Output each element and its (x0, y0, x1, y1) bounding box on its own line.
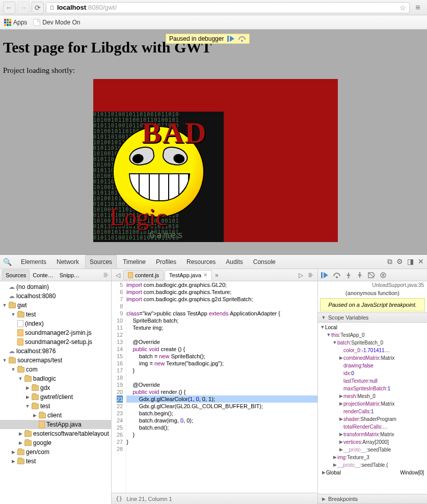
tree-client[interactable]: ▶client (0, 411, 111, 420)
scope-row[interactable]: ▶transformMatrix: Matrix (318, 431, 427, 438)
scope-row[interactable]: ▶img: Texture_3 (318, 454, 427, 461)
codetab-testapp[interactable]: TestApp.java✕ (165, 270, 212, 280)
menu-button[interactable]: ≡ (412, 2, 424, 14)
reload-button[interactable]: ⟳ (32, 2, 44, 14)
scope-row[interactable]: ▶projectionMatrix: Matrix (318, 400, 427, 408)
breakpoints-header[interactable]: ▶Breakpoints (318, 494, 427, 504)
tab-profiles[interactable]: Profiles (152, 255, 180, 269)
tab-sources[interactable]: Sources (85, 255, 117, 269)
tree-localhost9876[interactable]: ☁localhost:9876 (0, 347, 111, 356)
tree-gwt[interactable]: ▼gwt (0, 301, 111, 310)
scope-row[interactable]: ▶__proto__: seedTable (318, 446, 427, 454)
tree-test3[interactable]: ▶test (0, 457, 111, 466)
tree-gdx[interactable]: ▶gdx (0, 383, 111, 392)
scope-variables-header[interactable]: ▼Scope Variables (318, 312, 427, 323)
scope-row[interactable]: lastTexture: null (318, 377, 427, 385)
scope-global[interactable]: ▶GlobalWindow[0] (318, 469, 427, 476)
step-out-button[interactable] (357, 272, 363, 278)
close-tab-icon[interactable]: ✕ (203, 272, 207, 278)
svg-rect-2 (321, 272, 323, 278)
tree-test2[interactable]: ▼test (0, 402, 111, 411)
tree-sourcemaps[interactable]: ▼sourcemaps/test (0, 356, 111, 365)
url-bar[interactable]: 🗋 localhost:8080/gwt/ ☆ (46, 2, 410, 13)
show-nav-icon[interactable]: ⊪ (103, 271, 109, 279)
resume-button[interactable] (321, 272, 328, 278)
apps-label: Apps (13, 19, 27, 26)
tree-index[interactable]: (index) (0, 319, 111, 328)
scope-row[interactable]: idx: 0 (318, 369, 427, 377)
folder-icon (32, 404, 39, 409)
scope-row[interactable]: ▶vertices: Array[2000] (318, 438, 427, 446)
apps-shortcut[interactable]: Apps (4, 19, 27, 26)
scope-row[interactable]: ▼batch: SpriteBatch_0 (318, 339, 427, 347)
deactivate-breakpoints-button[interactable] (368, 272, 375, 278)
tab-resources[interactable]: Resources (182, 255, 220, 269)
tab-audits[interactable]: Audits (222, 255, 247, 269)
back-button[interactable]: ← (3, 2, 15, 14)
tree-localhost8080[interactable]: ☁localhost:8080 (0, 291, 111, 301)
tree-smsetup[interactable]: soundmanager2-setup.js (0, 337, 111, 347)
bookmark-star-icon[interactable]: ☆ (399, 4, 406, 12)
scope-row[interactable]: renderCalls: 1 (318, 408, 427, 415)
pretty-print-icon[interactable]: {} (116, 495, 122, 502)
scope-row[interactable]: ▶shader: ShaderProgram (318, 415, 427, 423)
scope-row[interactable]: totalRenderCalls: … (318, 423, 427, 431)
dock-icon[interactable]: ◨ (407, 257, 414, 266)
scope-row[interactable]: ▼this: TestApp_0 (318, 331, 427, 339)
inspect-icon[interactable]: 🔍 (3, 258, 12, 266)
scope-row[interactable]: ▶mesh: Mesh_0 (318, 392, 427, 400)
navtab-content[interactable]: Conte… (30, 270, 56, 280)
scope-row[interactable]: ▶combinedMatrix: Matrix (318, 354, 427, 362)
devmode-bookmark[interactable]: Dev Mode On (33, 19, 80, 26)
toggle-nav-icon[interactable]: ⊪ (306, 272, 315, 279)
step-over-icon[interactable] (238, 35, 246, 42)
loading-text: Project loading shortly: (3, 66, 424, 75)
svg-rect-0 (227, 36, 229, 42)
scope-row[interactable]: color_0: -1.701411… (318, 347, 427, 354)
step-over-button[interactable] (333, 272, 340, 278)
tree-gen[interactable]: ▶gen/com (0, 447, 111, 457)
tab-network[interactable]: Network (52, 255, 83, 269)
url-port: :8080 (86, 4, 103, 11)
tab-timeline[interactable]: Timeline (119, 255, 150, 269)
svg-point-7 (381, 273, 386, 278)
tree-com[interactable]: ▼com (0, 365, 111, 374)
tree-test[interactable]: ▼test (0, 310, 111, 319)
call-frame[interactable]: (anonymous function) (318, 289, 427, 297)
drawer-icon[interactable]: ⧉ (387, 257, 392, 266)
code-editor[interactable]: 5678910111213141516171819202122232425262… (112, 281, 317, 493)
tab-console[interactable]: Console (249, 255, 280, 269)
debugger-panel: UnloadSupport.java:35 (anonymous functio… (318, 269, 427, 504)
tree-smjsmin[interactable]: soundmanager2-jsmin.js (0, 328, 111, 337)
step-into-button[interactable] (345, 272, 352, 278)
devtools-right-icons: ⧉ ⚙ ◨ ✕ (387, 257, 424, 266)
tree-testapp[interactable]: TestApp.java (0, 420, 111, 429)
game-canvas[interactable]: 010110100101101001011010 101001011010010… (93, 79, 338, 242)
navtab-sources[interactable]: Sources (2, 270, 30, 280)
resume-icon[interactable] (227, 35, 235, 42)
call-source-link[interactable]: UnloadSupport.java:35 (318, 281, 427, 289)
tab-elements[interactable]: Elements (17, 255, 50, 269)
history-back-icon[interactable]: ◁ (114, 272, 122, 279)
devtools-panel: 🔍 Elements Network Sources Timeline Prof… (0, 254, 427, 504)
tree-gwtref[interactable]: ▶gwtref/client (0, 392, 111, 402)
settings-icon[interactable]: ⚙ (396, 257, 403, 266)
svg-point-5 (359, 272, 361, 274)
folder-icon (9, 303, 16, 308)
forward-button[interactable]: → (17, 2, 30, 14)
more-tabs[interactable]: » (213, 272, 221, 279)
close-devtools-icon[interactable]: ✕ (418, 257, 424, 266)
run-snippet-icon[interactable]: ▷ (297, 272, 305, 279)
tree-esoteric[interactable]: ▶esotericsoftware/tablelayout (0, 429, 111, 438)
navtab-snippets[interactable]: Snipp… (57, 270, 83, 280)
codetab-content[interactable]: content.js (123, 270, 164, 280)
file-tree: ☁(no domain) ☁localhost:8080 ▼gwt ▼test … (0, 281, 111, 504)
scope-row[interactable]: drawing: false (318, 362, 427, 369)
tree-nodomain[interactable]: ☁(no domain) (0, 282, 111, 291)
scope-row[interactable]: maxSpritesInBatch: 1 (318, 385, 427, 392)
scope-row[interactable]: ▶__proto__: seedTable.( (318, 461, 427, 469)
pause-exceptions-button[interactable] (380, 272, 386, 278)
tree-google[interactable]: ▶google (0, 438, 111, 447)
tree-badlogic[interactable]: ▼badlogic (0, 374, 111, 383)
scope-local[interactable]: ▼Local (318, 324, 427, 331)
